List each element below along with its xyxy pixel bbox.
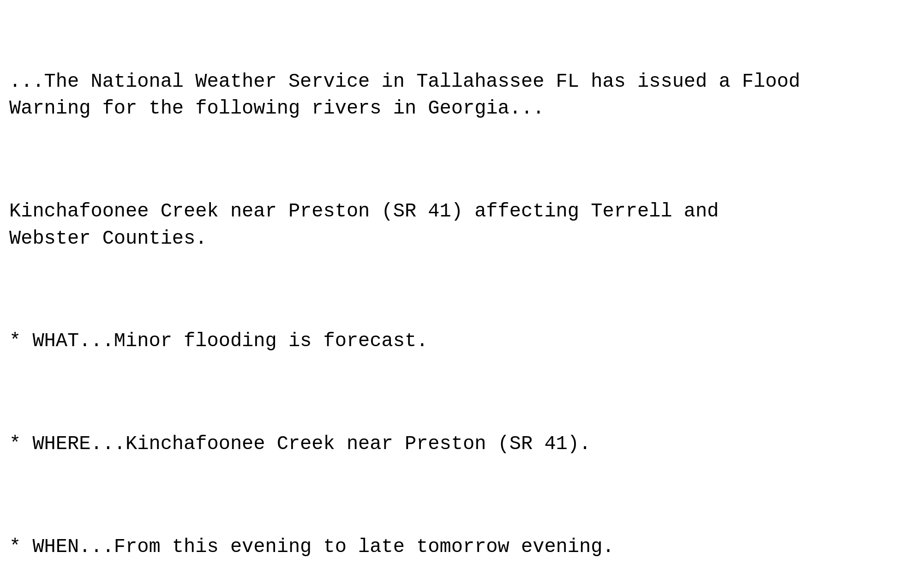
intro-paragraph: ...The National Weather Service in Talla… [9, 68, 914, 123]
what-paragraph: * WHAT...Minor flooding is forecast. [9, 328, 914, 355]
main-content: ...The National Weather Service in Talla… [9, 14, 914, 588]
location-paragraph: Kinchafoonee Creek near Preston (SR 41) … [9, 198, 914, 252]
when-paragraph: * WHEN...From this evening to late tomor… [9, 534, 914, 561]
where-paragraph: * WHERE...Kinchafoonee Creek near Presto… [9, 431, 914, 458]
